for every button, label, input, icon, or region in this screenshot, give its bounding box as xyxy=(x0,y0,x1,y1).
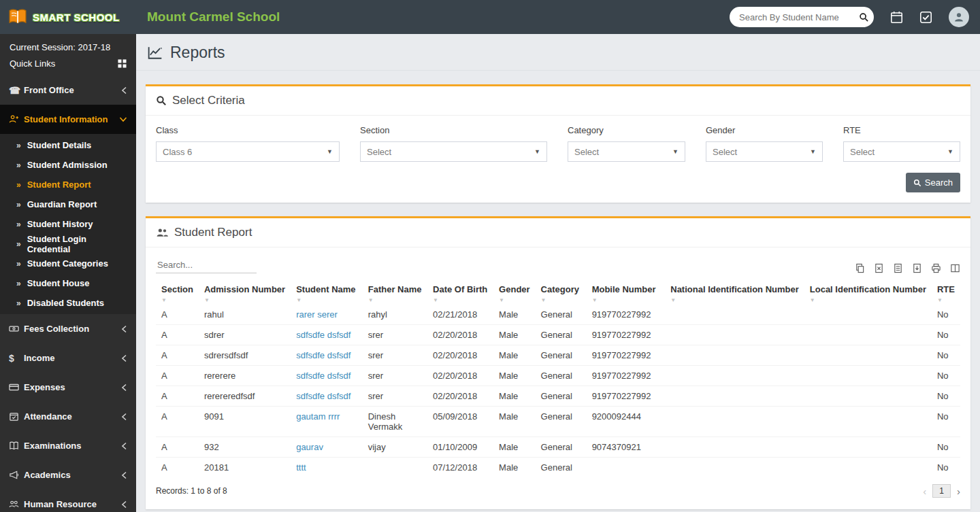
student-name-link[interactable]: tttt xyxy=(296,462,306,473)
student-name-link[interactable]: sdfsdfe dsfsdf xyxy=(296,391,350,401)
cell-admission-number: sdrer xyxy=(199,325,291,345)
logo-text: SMART SCHOOL xyxy=(33,12,120,23)
column-header-admission-number[interactable]: Admission Number▼ xyxy=(199,280,291,305)
csv-icon[interactable] xyxy=(893,263,903,273)
select-criteria-body: Class Class 6 ▼ Section Select ▼ Categor… xyxy=(146,116,970,203)
column-header-section[interactable]: Section▼ xyxy=(156,280,199,305)
pagination: ‹ 1 › xyxy=(923,484,960,498)
sidebar-item-examinations[interactable]: Examinations xyxy=(0,431,136,460)
column-header-gender[interactable]: Gender▼ xyxy=(493,280,536,305)
column-header-national-identification-number[interactable]: National Identification Number▼ xyxy=(665,280,804,305)
sidebar-item-student-admission[interactable]: »Student Admission xyxy=(0,155,136,175)
sort-caret-icon: ▼ xyxy=(810,297,926,303)
cell-local-identification-number xyxy=(804,407,932,437)
column-header-mobile-number[interactable]: Mobile Number▼ xyxy=(587,280,666,305)
cell-category: General xyxy=(536,305,587,325)
calendar-icon[interactable] xyxy=(890,11,903,24)
column-header-category[interactable]: Category▼ xyxy=(536,280,587,305)
column-label: Student Name xyxy=(296,284,357,295)
gender-select[interactable]: Select ▼ xyxy=(706,141,823,162)
chevron-left-icon xyxy=(121,325,127,333)
student-icon xyxy=(9,114,24,124)
column-header-rte[interactable]: RTE▼ xyxy=(932,280,960,305)
user-avatar[interactable] xyxy=(949,7,969,27)
chevron-down-icon xyxy=(119,116,127,122)
caret-down-icon: ▼ xyxy=(672,148,679,155)
cell-local-identification-number xyxy=(804,345,932,366)
export-toolbar xyxy=(855,263,960,273)
student-information-submenu: »Student Details »Student Admission »Stu… xyxy=(0,134,136,314)
category-field: Category Select ▼ xyxy=(568,125,685,162)
copy-icon[interactable] xyxy=(855,263,865,273)
student-name-link[interactable]: sdfsdfe dsfsdf xyxy=(296,371,350,381)
student-search-input[interactable] xyxy=(739,12,859,22)
category-select[interactable]: Select ▼ xyxy=(568,141,685,162)
pagination-next[interactable]: › xyxy=(957,485,960,497)
sidebar-item-academics[interactable]: Academics xyxy=(0,460,136,490)
page-title: Reports xyxy=(170,44,225,62)
sidebar-item-student-details[interactable]: »Student Details xyxy=(0,135,136,155)
menu-label: Attendance xyxy=(24,411,121,422)
section-select[interactable]: Select ▼ xyxy=(360,141,547,162)
sidebar-item-expenses[interactable]: Expenses xyxy=(0,373,136,402)
cell-father-name: srer xyxy=(363,366,427,386)
quick-links-label: Quick Links xyxy=(10,58,55,69)
search-button[interactable]: Search xyxy=(906,173,960,192)
submenu-label: Guardian Report xyxy=(27,199,97,209)
column-label: Category xyxy=(541,284,581,295)
columns-icon[interactable] xyxy=(950,263,960,273)
sidebar-item-human-resource[interactable]: Human Resource xyxy=(0,490,136,512)
sidebar-item-student-history[interactable]: »Student History xyxy=(0,214,136,234)
cell-category: General xyxy=(536,407,587,437)
sidebar-item-student-categories[interactable]: »Student Categories xyxy=(0,254,136,273)
grid-icon[interactable] xyxy=(118,59,127,68)
pagination-page-1[interactable]: 1 xyxy=(932,484,951,498)
class-select[interactable]: Class 6 ▼ xyxy=(156,141,340,162)
cell-student-name: gaurav xyxy=(291,437,363,458)
double-arrow-icon: » xyxy=(16,200,21,209)
pdf-icon[interactable] xyxy=(912,263,922,273)
table-row: A20181tttt07/12/2018MaleGeneralNo xyxy=(156,458,960,478)
student-name-link[interactable]: gaurav xyxy=(296,442,323,452)
cell-student-name: sdfsdfe dsfsdf xyxy=(291,345,363,366)
quick-links[interactable]: Quick Links xyxy=(0,54,136,75)
cell-local-identification-number xyxy=(804,386,932,407)
sidebar-item-income[interactable]: $ Income xyxy=(0,343,136,373)
phone-icon: ☎ xyxy=(9,85,24,96)
rte-label: RTE xyxy=(843,125,960,135)
student-report-card: Student Report xyxy=(146,216,970,509)
sidebar-item-student-login-credential[interactable]: »Student Login Credential xyxy=(0,234,136,254)
column-header-local-identification-number[interactable]: Local Identification Number▼ xyxy=(804,280,932,305)
student-name-link[interactable]: sdfsdfe dsfsdf xyxy=(296,330,350,340)
print-icon[interactable] xyxy=(931,263,941,273)
column-header-date-of-birth[interactable]: Date Of Birth▼ xyxy=(427,280,493,305)
sidebar-item-student-house[interactable]: »Student House xyxy=(0,273,136,293)
sidebar-item-student-report[interactable]: »Student Report xyxy=(0,175,136,194)
student-name-link[interactable]: sdfsdfe dsfsdf xyxy=(296,350,350,360)
category-label: Category xyxy=(568,125,685,135)
sort-caret-icon: ▼ xyxy=(204,297,285,303)
cell-father-name: srer xyxy=(363,345,427,366)
sidebar-item-student-information[interactable]: Student Information xyxy=(0,105,136,134)
tasks-icon[interactable] xyxy=(919,11,932,24)
app-logo[interactable]: SMART SCHOOL xyxy=(0,0,136,34)
rte-select[interactable]: Select ▼ xyxy=(843,141,960,162)
search-icon xyxy=(156,95,167,106)
sidebar-item-disabled-students[interactable]: »Disabled Students xyxy=(0,293,136,313)
sort-caret-icon: ▼ xyxy=(541,297,581,303)
sidebar-item-guardian-report[interactable]: »Guardian Report xyxy=(0,194,136,214)
table-search-input[interactable] xyxy=(156,257,257,273)
menu-label: Income xyxy=(24,353,121,363)
column-header-student-name[interactable]: Student Name▼ xyxy=(291,280,363,305)
sidebar-item-attendance[interactable]: Attendance xyxy=(0,402,136,431)
sidebar-item-front-office[interactable]: ☎ Front Office xyxy=(0,75,136,105)
student-name-link[interactable]: rarer serer xyxy=(296,309,338,320)
cell-national-identification-number xyxy=(665,437,804,458)
excel-icon[interactable] xyxy=(874,263,884,273)
column-header-father-name[interactable]: Father Name▼ xyxy=(363,280,427,305)
cell-national-identification-number xyxy=(665,366,804,386)
pagination-prev[interactable]: ‹ xyxy=(923,485,926,497)
search-icon[interactable] xyxy=(859,12,869,22)
student-name-link[interactable]: gautam rrrr xyxy=(296,411,340,422)
sidebar-item-fees-collection[interactable]: Fees Collection xyxy=(0,314,136,343)
